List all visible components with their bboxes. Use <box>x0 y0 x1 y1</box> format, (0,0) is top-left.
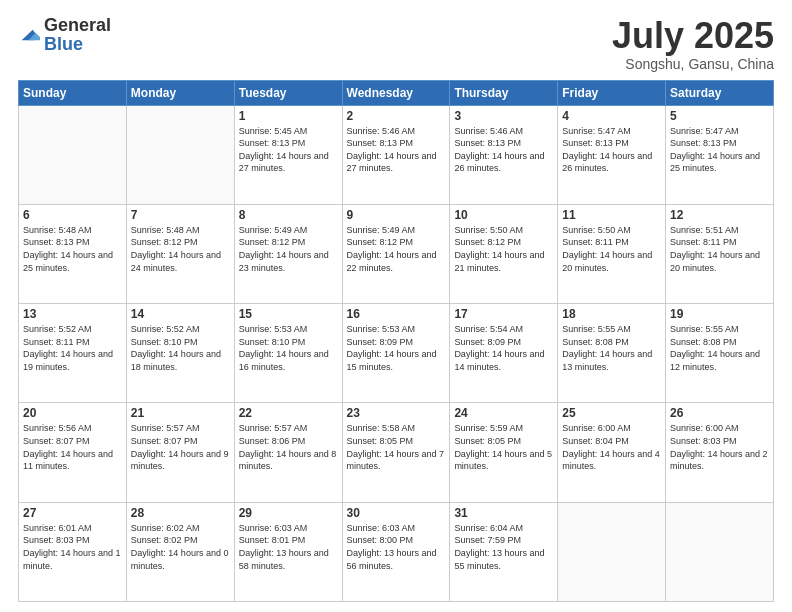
day-info: Sunrise: 5:50 AM Sunset: 8:12 PM Dayligh… <box>454 224 553 274</box>
day-number: 28 <box>131 506 230 520</box>
table-row: 19Sunrise: 5:55 AM Sunset: 8:08 PM Dayli… <box>666 304 774 403</box>
table-row: 6Sunrise: 5:48 AM Sunset: 8:13 PM Daylig… <box>19 204 127 303</box>
day-info: Sunrise: 5:53 AM Sunset: 8:10 PM Dayligh… <box>239 323 338 373</box>
col-friday: Friday <box>558 80 666 105</box>
logo-blue: Blue <box>44 34 83 54</box>
day-number: 1 <box>239 109 338 123</box>
table-row: 29Sunrise: 6:03 AM Sunset: 8:01 PM Dayli… <box>234 502 342 601</box>
header: General Blue July 2025 Songshu, Gansu, C… <box>18 16 774 72</box>
title-block: July 2025 Songshu, Gansu, China <box>612 16 774 72</box>
logo: General Blue <box>18 16 111 54</box>
table-row <box>126 105 234 204</box>
day-number: 11 <box>562 208 661 222</box>
table-row: 10Sunrise: 5:50 AM Sunset: 8:12 PM Dayli… <box>450 204 558 303</box>
day-number: 9 <box>347 208 446 222</box>
day-number: 31 <box>454 506 553 520</box>
table-row: 13Sunrise: 5:52 AM Sunset: 8:11 PM Dayli… <box>19 304 127 403</box>
day-number: 6 <box>23 208 122 222</box>
calendar-table: Sunday Monday Tuesday Wednesday Thursday… <box>18 80 774 602</box>
table-row: 24Sunrise: 5:59 AM Sunset: 8:05 PM Dayli… <box>450 403 558 502</box>
table-row: 26Sunrise: 6:00 AM Sunset: 8:03 PM Dayli… <box>666 403 774 502</box>
calendar-week-row: 13Sunrise: 5:52 AM Sunset: 8:11 PM Dayli… <box>19 304 774 403</box>
table-row: 1Sunrise: 5:45 AM Sunset: 8:13 PM Daylig… <box>234 105 342 204</box>
day-info: Sunrise: 5:50 AM Sunset: 8:11 PM Dayligh… <box>562 224 661 274</box>
day-number: 7 <box>131 208 230 222</box>
day-info: Sunrise: 5:57 AM Sunset: 8:07 PM Dayligh… <box>131 422 230 472</box>
day-number: 13 <box>23 307 122 321</box>
table-row: 31Sunrise: 6:04 AM Sunset: 7:59 PM Dayli… <box>450 502 558 601</box>
day-info: Sunrise: 5:52 AM Sunset: 8:10 PM Dayligh… <box>131 323 230 373</box>
col-saturday: Saturday <box>666 80 774 105</box>
day-info: Sunrise: 6:00 AM Sunset: 8:04 PM Dayligh… <box>562 422 661 472</box>
logo-general: General <box>44 15 111 35</box>
day-info: Sunrise: 6:02 AM Sunset: 8:02 PM Dayligh… <box>131 522 230 572</box>
day-number: 12 <box>670 208 769 222</box>
day-number: 14 <box>131 307 230 321</box>
table-row: 8Sunrise: 5:49 AM Sunset: 8:12 PM Daylig… <box>234 204 342 303</box>
day-info: Sunrise: 5:48 AM Sunset: 8:12 PM Dayligh… <box>131 224 230 274</box>
day-info: Sunrise: 5:47 AM Sunset: 8:13 PM Dayligh… <box>670 125 769 175</box>
day-number: 3 <box>454 109 553 123</box>
col-sunday: Sunday <box>19 80 127 105</box>
day-info: Sunrise: 5:48 AM Sunset: 8:13 PM Dayligh… <box>23 224 122 274</box>
col-thursday: Thursday <box>450 80 558 105</box>
day-info: Sunrise: 6:01 AM Sunset: 8:03 PM Dayligh… <box>23 522 122 572</box>
day-info: Sunrise: 5:57 AM Sunset: 8:06 PM Dayligh… <box>239 422 338 472</box>
calendar-week-row: 6Sunrise: 5:48 AM Sunset: 8:13 PM Daylig… <box>19 204 774 303</box>
table-row: 9Sunrise: 5:49 AM Sunset: 8:12 PM Daylig… <box>342 204 450 303</box>
day-number: 22 <box>239 406 338 420</box>
day-number: 15 <box>239 307 338 321</box>
day-number: 30 <box>347 506 446 520</box>
calendar-week-row: 20Sunrise: 5:56 AM Sunset: 8:07 PM Dayli… <box>19 403 774 502</box>
table-row: 4Sunrise: 5:47 AM Sunset: 8:13 PM Daylig… <box>558 105 666 204</box>
day-info: Sunrise: 5:54 AM Sunset: 8:09 PM Dayligh… <box>454 323 553 373</box>
table-row: 28Sunrise: 6:02 AM Sunset: 8:02 PM Dayli… <box>126 502 234 601</box>
day-number: 19 <box>670 307 769 321</box>
day-info: Sunrise: 5:45 AM Sunset: 8:13 PM Dayligh… <box>239 125 338 175</box>
day-number: 21 <box>131 406 230 420</box>
table-row: 30Sunrise: 6:03 AM Sunset: 8:00 PM Dayli… <box>342 502 450 601</box>
day-info: Sunrise: 5:59 AM Sunset: 8:05 PM Dayligh… <box>454 422 553 472</box>
table-row: 14Sunrise: 5:52 AM Sunset: 8:10 PM Dayli… <box>126 304 234 403</box>
day-number: 5 <box>670 109 769 123</box>
col-tuesday: Tuesday <box>234 80 342 105</box>
day-number: 4 <box>562 109 661 123</box>
day-info: Sunrise: 5:58 AM Sunset: 8:05 PM Dayligh… <box>347 422 446 472</box>
col-wednesday: Wednesday <box>342 80 450 105</box>
day-info: Sunrise: 5:55 AM Sunset: 8:08 PM Dayligh… <box>562 323 661 373</box>
logo-icon <box>18 24 40 46</box>
day-number: 27 <box>23 506 122 520</box>
table-row: 15Sunrise: 5:53 AM Sunset: 8:10 PM Dayli… <box>234 304 342 403</box>
title-location: Songshu, Gansu, China <box>612 56 774 72</box>
table-row <box>666 502 774 601</box>
day-info: Sunrise: 6:03 AM Sunset: 8:01 PM Dayligh… <box>239 522 338 572</box>
table-row: 17Sunrise: 5:54 AM Sunset: 8:09 PM Dayli… <box>450 304 558 403</box>
page: General Blue July 2025 Songshu, Gansu, C… <box>0 0 792 612</box>
table-row: 20Sunrise: 5:56 AM Sunset: 8:07 PM Dayli… <box>19 403 127 502</box>
day-number: 17 <box>454 307 553 321</box>
table-row <box>558 502 666 601</box>
table-row: 23Sunrise: 5:58 AM Sunset: 8:05 PM Dayli… <box>342 403 450 502</box>
day-info: Sunrise: 5:49 AM Sunset: 8:12 PM Dayligh… <box>347 224 446 274</box>
table-row <box>19 105 127 204</box>
calendar-week-row: 1Sunrise: 5:45 AM Sunset: 8:13 PM Daylig… <box>19 105 774 204</box>
day-info: Sunrise: 5:47 AM Sunset: 8:13 PM Dayligh… <box>562 125 661 175</box>
table-row: 16Sunrise: 5:53 AM Sunset: 8:09 PM Dayli… <box>342 304 450 403</box>
day-info: Sunrise: 5:55 AM Sunset: 8:08 PM Dayligh… <box>670 323 769 373</box>
day-number: 10 <box>454 208 553 222</box>
day-number: 23 <box>347 406 446 420</box>
day-number: 20 <box>23 406 122 420</box>
table-row: 12Sunrise: 5:51 AM Sunset: 8:11 PM Dayli… <box>666 204 774 303</box>
day-info: Sunrise: 5:53 AM Sunset: 8:09 PM Dayligh… <box>347 323 446 373</box>
day-info: Sunrise: 6:04 AM Sunset: 7:59 PM Dayligh… <box>454 522 553 572</box>
table-row: 11Sunrise: 5:50 AM Sunset: 8:11 PM Dayli… <box>558 204 666 303</box>
day-info: Sunrise: 6:00 AM Sunset: 8:03 PM Dayligh… <box>670 422 769 472</box>
table-row: 3Sunrise: 5:46 AM Sunset: 8:13 PM Daylig… <box>450 105 558 204</box>
col-monday: Monday <box>126 80 234 105</box>
table-row: 21Sunrise: 5:57 AM Sunset: 8:07 PM Dayli… <box>126 403 234 502</box>
day-number: 2 <box>347 109 446 123</box>
day-info: Sunrise: 5:52 AM Sunset: 8:11 PM Dayligh… <box>23 323 122 373</box>
day-info: Sunrise: 5:46 AM Sunset: 8:13 PM Dayligh… <box>347 125 446 175</box>
table-row: 25Sunrise: 6:00 AM Sunset: 8:04 PM Dayli… <box>558 403 666 502</box>
calendar-week-row: 27Sunrise: 6:01 AM Sunset: 8:03 PM Dayli… <box>19 502 774 601</box>
